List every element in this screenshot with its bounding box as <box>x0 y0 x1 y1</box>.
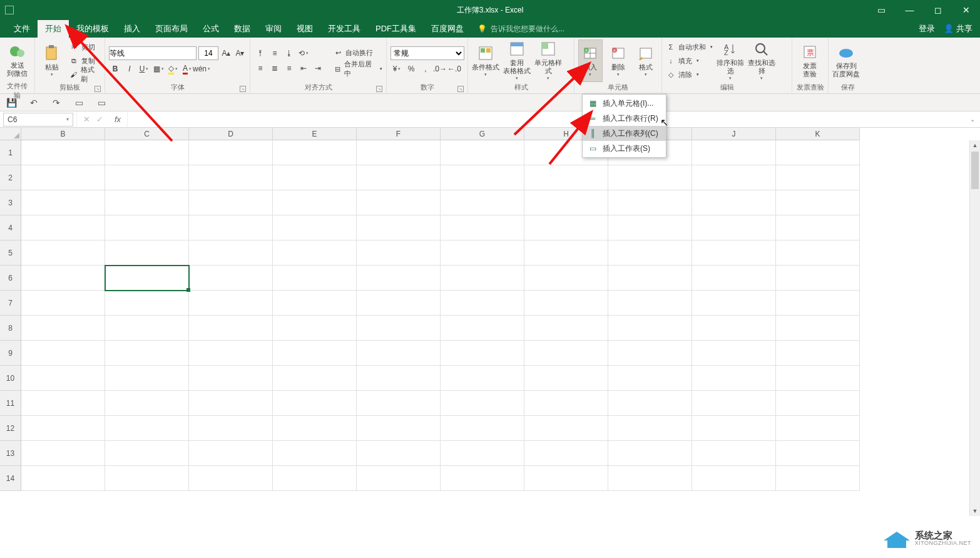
cell[interactable] <box>189 165 273 190</box>
cell[interactable] <box>273 140 357 165</box>
cell[interactable] <box>524 341 608 366</box>
number-dialog-launcher[interactable]: ↘ <box>457 86 464 92</box>
tab-formulas[interactable]: 公式 <box>195 20 227 38</box>
number-format-combo[interactable]: 常规 <box>390 46 464 60</box>
font-dialog-launcher[interactable]: ↘ <box>240 86 246 92</box>
fill-button[interactable]: ↓填充▾ <box>666 54 713 68</box>
cell[interactable] <box>357 215 441 240</box>
maximize-icon[interactable]: ◻ <box>924 0 952 20</box>
cell[interactable] <box>692 240 776 266</box>
decrease-font-icon[interactable]: A▾ <box>234 47 246 59</box>
scroll-down-icon[interactable]: ▼ <box>970 506 980 516</box>
cell-styles-button[interactable]: 单元格样式▾ <box>534 39 562 82</box>
cell[interactable] <box>21 266 105 291</box>
ribbon-options-icon[interactable]: ▭ <box>867 0 896 20</box>
row-header[interactable]: 4 <box>0 215 21 240</box>
cell[interactable] <box>21 391 105 416</box>
cell[interactable] <box>692 391 776 416</box>
cell[interactable] <box>524 316 608 341</box>
cell[interactable] <box>273 391 357 416</box>
cells-area[interactable] <box>21 140 980 491</box>
cell[interactable] <box>273 341 357 366</box>
login-link[interactable]: 登录 <box>919 23 935 34</box>
formula-input[interactable] <box>128 111 965 127</box>
cell[interactable] <box>21 165 105 190</box>
autosum-button[interactable]: Σ自动求和▾ <box>666 40 713 54</box>
cell[interactable] <box>524 266 608 291</box>
cell[interactable] <box>189 441 273 466</box>
cell[interactable] <box>692 466 776 491</box>
cell[interactable] <box>776 266 860 291</box>
cell[interactable] <box>608 341 692 366</box>
tell-me[interactable]: 💡 告诉我您想要做什么... <box>471 20 564 38</box>
cell[interactable] <box>357 441 441 466</box>
cell[interactable] <box>776 215 860 240</box>
font-name-combo[interactable] <box>109 46 197 60</box>
cell[interactable] <box>692 316 776 341</box>
cell[interactable] <box>776 366 860 391</box>
cell[interactable] <box>441 291 524 316</box>
cell[interactable] <box>692 140 776 165</box>
cell[interactable] <box>608 366 692 391</box>
cell[interactable] <box>357 190 441 215</box>
insert-sheet-menu-item[interactable]: ▭插入工作表(S) <box>583 141 666 156</box>
cell[interactable] <box>189 215 273 240</box>
cell[interactable] <box>357 466 441 491</box>
cell[interactable] <box>608 165 692 190</box>
increase-decimal-icon[interactable]: .0→ <box>434 63 446 75</box>
send-to-wechat-button[interactable]: 发送 到微信 <box>4 39 31 81</box>
cell[interactable] <box>21 316 105 341</box>
paste-button[interactable]: 粘贴▾ <box>39 39 65 82</box>
row-header[interactable]: 9 <box>0 341 21 366</box>
cell[interactable] <box>189 341 273 366</box>
row-header[interactable]: 10 <box>0 366 21 391</box>
cell[interactable] <box>105 140 189 165</box>
cell[interactable] <box>441 240 524 266</box>
cell[interactable] <box>608 215 692 240</box>
alignment-dialog-launcher[interactable]: ↘ <box>376 86 382 92</box>
tab-view[interactable]: 视图 <box>289 20 320 38</box>
share-button[interactable]: 👤 共享 <box>944 23 972 34</box>
font-size-combo[interactable] <box>198 46 218 60</box>
cell[interactable] <box>105 240 189 266</box>
cell[interactable] <box>441 165 524 190</box>
cell[interactable] <box>273 416 357 441</box>
cell[interactable] <box>776 466 860 491</box>
insert-cells-button[interactable]: +插入▾ <box>578 39 603 82</box>
vertical-scrollbar[interactable]: ▲ ▼ <box>969 140 980 516</box>
cell[interactable] <box>524 240 608 266</box>
cell[interactable] <box>776 316 860 341</box>
scroll-up-icon[interactable]: ▲ <box>970 140 980 150</box>
italic-button[interactable]: I <box>123 63 136 75</box>
cell[interactable] <box>441 140 524 165</box>
cell[interactable] <box>273 240 357 266</box>
font-color-button[interactable]: A <box>181 63 193 75</box>
row-header[interactable]: 14 <box>0 466 21 491</box>
cell[interactable] <box>21 466 105 491</box>
cell[interactable] <box>105 316 189 341</box>
expand-formula-bar-icon[interactable]: ⌄ <box>965 116 980 123</box>
cell[interactable] <box>357 391 441 416</box>
row-header[interactable]: 8 <box>0 316 21 341</box>
cell[interactable] <box>441 341 524 366</box>
align-left-icon[interactable]: ≡ <box>254 62 267 75</box>
enter-formula-icon[interactable]: ✓ <box>96 115 103 124</box>
cell[interactable] <box>21 366 105 391</box>
cell[interactable] <box>692 291 776 316</box>
cell[interactable] <box>189 391 273 416</box>
cell[interactable] <box>776 416 860 441</box>
cell[interactable] <box>692 215 776 240</box>
row-header[interactable]: 3 <box>0 190 21 215</box>
cell[interactable] <box>105 215 189 240</box>
column-header[interactable]: E <box>273 128 357 140</box>
cell[interactable] <box>357 316 441 341</box>
tab-my-templates[interactable]: 我的模板 <box>69 20 116 38</box>
insert-rows-menu-item[interactable]: ═插入工作表行(R) <box>583 111 666 126</box>
cell[interactable] <box>21 215 105 240</box>
scroll-thumb[interactable] <box>971 152 979 189</box>
tab-baidu-netdisk[interactable]: 百度网盘 <box>424 20 471 38</box>
cell[interactable] <box>441 466 524 491</box>
border-button[interactable]: ▦ <box>152 63 165 75</box>
cell[interactable] <box>21 416 105 441</box>
cell[interactable] <box>21 240 105 266</box>
